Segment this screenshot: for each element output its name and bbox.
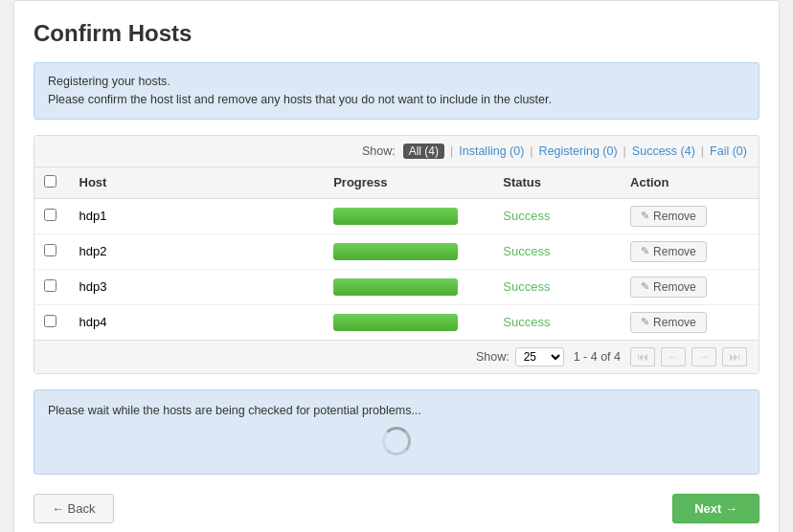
- remove-button[interactable]: ✎ Remove: [630, 206, 707, 227]
- last-page-button[interactable]: ⏭: [722, 347, 747, 366]
- page-title: Confirm Hosts: [34, 20, 759, 47]
- header-host: Host: [70, 167, 325, 199]
- filter-fail[interactable]: Fail (0): [710, 144, 747, 158]
- table-wrapper: Show: All (4) | Installing (0) | Registe…: [34, 135, 759, 374]
- status-cell: Success: [493, 269, 621, 304]
- filter-all-active[interactable]: All (4): [403, 144, 444, 159]
- filter-installing[interactable]: Installing (0): [459, 144, 524, 158]
- progress-bar-fill: [333, 208, 458, 225]
- spinner: [381, 427, 412, 457]
- row-checkbox-cell: [34, 233, 70, 269]
- progress-cell: [324, 304, 493, 340]
- page-container: Confirm Hosts Registering your hosts. Pl…: [13, 0, 780, 532]
- progress-bar-wrap: [333, 314, 458, 331]
- table-row: hdp2 Success ✎ Remove: [34, 233, 759, 269]
- table-row: hdp1 Success ✎ Remove: [34, 198, 759, 233]
- first-page-button[interactable]: ⏮: [630, 347, 655, 366]
- pagination-bar: Show: 2550100 1 - 4 of 4 ⏮ ← → ⏭: [34, 340, 759, 373]
- progress-bar-wrap: [333, 243, 458, 260]
- waiting-box: Please wait while the hosts are being ch…: [34, 389, 759, 475]
- progress-bar-fill: [333, 314, 458, 331]
- status-value: Success: [503, 279, 550, 294]
- row-checkbox-2[interactable]: [44, 279, 57, 292]
- table-row: hdp3 Success ✎ Remove: [34, 269, 759, 304]
- action-cell: ✎ Remove: [621, 304, 759, 340]
- progress-cell: [324, 269, 493, 304]
- header-checkbox-col: [34, 167, 70, 199]
- progress-bar-fill: [333, 243, 458, 260]
- action-cell: ✎ Remove: [621, 233, 759, 269]
- prev-page-button[interactable]: ←: [661, 347, 686, 366]
- progress-bar-wrap: [333, 278, 458, 296]
- filter-registering[interactable]: Registering (0): [539, 144, 618, 158]
- header-action: Action: [621, 167, 759, 199]
- info-line1: Registering your hosts.: [48, 73, 745, 91]
- row-checkbox-cell: [34, 269, 70, 304]
- row-checkbox-3[interactable]: [44, 315, 57, 327]
- table-row: hdp4 Success ✎ Remove: [34, 304, 759, 340]
- pagination-show-label: Show:: [476, 350, 510, 364]
- remove-icon: ✎: [641, 210, 649, 222]
- status-cell: Success: [493, 198, 621, 233]
- status-value: Success: [503, 244, 550, 258]
- action-cell: ✎ Remove: [621, 269, 759, 304]
- status-value: Success: [503, 209, 550, 223]
- hosts-table: Host Progress Status Action hdp1 Success: [34, 167, 759, 340]
- remove-icon: ✎: [641, 280, 649, 293]
- back-button[interactable]: ← Back: [34, 494, 114, 523]
- page-size-select[interactable]: 2550100: [515, 347, 564, 366]
- action-cell: ✎ Remove: [621, 198, 759, 233]
- filter-show-label: Show:: [362, 144, 396, 158]
- remove-icon: ✎: [641, 316, 649, 328]
- row-checkbox-cell: [34, 198, 70, 233]
- footer-bar: ← Back Next →: [34, 494, 759, 523]
- info-box: Registering your hosts. Please confirm t…: [34, 62, 759, 120]
- row-checkbox-cell: [34, 304, 70, 340]
- filter-bar: Show: All (4) | Installing (0) | Registe…: [34, 136, 759, 167]
- status-cell: Success: [493, 233, 621, 269]
- remove-icon: ✎: [641, 245, 649, 257]
- progress-bar-fill: [333, 278, 458, 296]
- next-button[interactable]: Next →: [672, 494, 759, 523]
- filter-success[interactable]: Success (4): [632, 144, 695, 158]
- progress-cell: [324, 233, 493, 269]
- status-value: Success: [503, 315, 550, 329]
- remove-button[interactable]: ✎ Remove: [630, 277, 707, 298]
- progress-cell: [324, 198, 493, 233]
- row-checkbox-0[interactable]: [44, 209, 57, 221]
- waiting-text: Please wait while the hosts are being ch…: [48, 404, 745, 417]
- remove-button[interactable]: ✎ Remove: [630, 241, 707, 262]
- status-cell: Success: [493, 304, 621, 340]
- spinner-circle: [382, 427, 411, 455]
- remove-button[interactable]: ✎ Remove: [630, 312, 707, 333]
- header-status: Status: [493, 167, 621, 199]
- host-name: hdp1: [70, 198, 325, 233]
- host-name: hdp2: [70, 233, 325, 269]
- host-name: hdp3: [70, 269, 325, 304]
- host-name: hdp4: [70, 304, 325, 340]
- next-page-button[interactable]: →: [691, 347, 716, 366]
- info-line2: Please confirm the host list and remove …: [48, 91, 745, 109]
- header-progress: Progress: [324, 167, 493, 199]
- row-checkbox-1[interactable]: [44, 244, 57, 256]
- select-all-checkbox[interactable]: [44, 175, 57, 188]
- table-header-row: Host Progress Status Action: [34, 167, 759, 199]
- page-info: 1 - 4 of 4: [574, 350, 621, 364]
- progress-bar-wrap: [333, 208, 458, 225]
